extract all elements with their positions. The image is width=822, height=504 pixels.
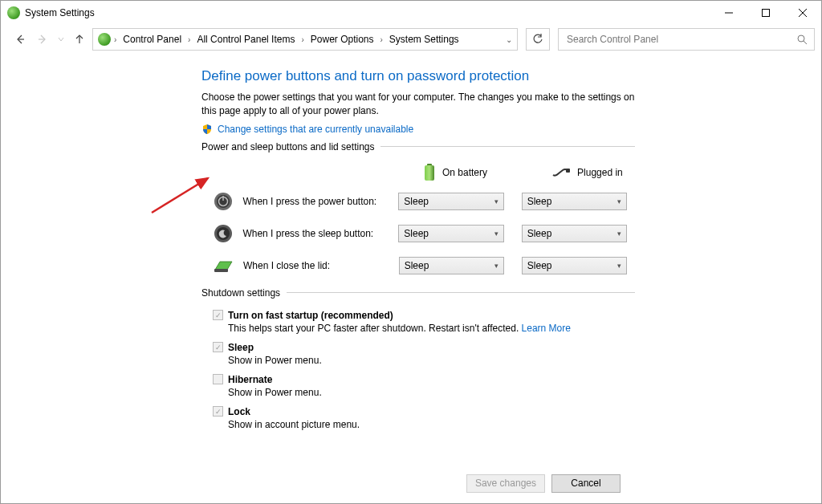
titlebar-left: System Settings [7, 6, 95, 19]
titlebar: System Settings [1, 1, 821, 25]
row-sleep-button: When I press the sleep button: Sleep▾ Sl… [201, 223, 635, 244]
chevron-down-icon: ▾ [494, 230, 498, 238]
chevron-down-icon: ▾ [494, 197, 498, 205]
control-panel-icon [98, 33, 111, 46]
recent-dropdown-button[interactable] [55, 30, 67, 49]
row-power-label: When I press the power button: [242, 196, 389, 207]
section-power-sleep-label: Power and sleep buttons and lid settings [201, 141, 374, 152]
footer: Save changes Cancel [1, 463, 821, 503]
checkbox-sleep-label: Sleep [228, 342, 254, 353]
control-panel-icon [7, 6, 20, 19]
checkbox-hibernate-label: Hibernate [228, 374, 272, 385]
svg-rect-1 [763, 10, 770, 17]
chevron-down-icon: ▾ [617, 262, 621, 270]
plug-icon [551, 167, 571, 178]
dropdown-power-plugged[interactable]: Sleep▾ [522, 193, 627, 210]
window-controls [710, 1, 821, 25]
maximize-button[interactable] [747, 1, 784, 25]
column-header-battery: On battery [423, 164, 487, 181]
search-input[interactable] [565, 33, 796, 46]
page-description: Choose the power settings that you want … [201, 91, 635, 119]
power-button-icon [213, 191, 233, 212]
shutdown-lock: ✓ Lock Show in account picture menu. [213, 406, 635, 430]
search-box[interactable] [558, 28, 815, 51]
chevron-right-icon[interactable]: › [379, 35, 385, 44]
shutdown-hibernate: Hibernate Show in Power menu. [213, 374, 635, 398]
dropdown-power-battery[interactable]: Sleep▾ [398, 193, 503, 210]
page-heading: Define power buttons and turn on passwor… [201, 68, 635, 84]
change-settings-link[interactable]: Change settings that are currently unava… [218, 124, 413, 135]
divider [287, 292, 635, 293]
dropdown-lid-battery[interactable]: Sleep▾ [399, 257, 504, 274]
column-header-plugged: Plugged in [551, 164, 623, 181]
breadcrumb-system-settings[interactable]: System Settings [386, 34, 462, 45]
checkbox-fast-startup-desc: This helps start your PC faster after sh… [228, 323, 635, 334]
close-button[interactable] [784, 1, 821, 25]
shutdown-sleep: ✓ Sleep Show in Power menu. [213, 342, 635, 366]
chevron-right-icon[interactable]: › [186, 35, 192, 44]
content: Define power buttons and turn on passwor… [1, 54, 821, 463]
svg-line-8 [804, 41, 807, 44]
chevron-right-icon[interactable]: › [299, 35, 305, 44]
column-header-plugged-label: Plugged in [577, 167, 623, 178]
column-header-battery-label: On battery [442, 167, 487, 178]
checkbox-fast-startup-label: Turn on fast startup (recommended) [228, 310, 393, 321]
shutdown-fast-startup: ✓ Turn on fast startup (recommended) Thi… [213, 310, 635, 334]
checkbox-sleep-desc: Show in Power menu. [228, 355, 635, 366]
back-button[interactable] [10, 30, 30, 49]
section-shutdown-label: Shutdown settings [201, 287, 280, 299]
forward-button[interactable] [33, 30, 52, 49]
breadcrumb-power-options[interactable]: Power Options [307, 34, 377, 45]
checkbox-lock-label: Lock [228, 406, 250, 417]
shield-icon [201, 124, 213, 135]
search-icon [796, 34, 808, 45]
address-bar[interactable]: › Control Panel › All Control Panel Item… [92, 28, 518, 51]
window: System Settings › Control Panel › All Co… [0, 0, 822, 504]
row-lid-label: When I close the lid: [243, 260, 389, 271]
row-close-lid: When I close the lid: Sleep▾ Sleep▾ [201, 255, 635, 276]
svg-rect-19 [214, 269, 228, 272]
checkbox-hibernate-desc: Show in Power menu. [228, 387, 635, 398]
checkbox-lock[interactable]: ✓ [213, 406, 223, 417]
minimize-button[interactable] [710, 1, 747, 25]
checkbox-sleep[interactable]: ✓ [213, 342, 223, 352]
up-button[interactable] [70, 30, 89, 49]
row-power-button: When I press the power button: Sleep▾ Sl… [201, 191, 635, 212]
refresh-button[interactable] [526, 28, 550, 51]
chevron-down-icon: ▾ [617, 230, 621, 238]
learn-more-link[interactable]: Learn More [522, 323, 571, 334]
divider [380, 146, 635, 147]
svg-point-7 [798, 35, 804, 42]
breadcrumb-all-items[interactable]: All Control Panel Items [193, 34, 298, 45]
dropdown-sleep-battery[interactable]: Sleep▾ [398, 225, 503, 242]
dropdown-lid-plugged[interactable]: Sleep▾ [522, 257, 627, 274]
battery-icon [423, 164, 436, 181]
cancel-button[interactable]: Cancel [551, 474, 621, 493]
dropdown-sleep-plugged[interactable]: Sleep▾ [522, 225, 627, 242]
checkbox-fast-startup[interactable]: ✓ [213, 310, 223, 320]
chevron-down-icon[interactable]: ⌄ [504, 35, 514, 44]
sleep-button-icon [213, 223, 233, 244]
checkbox-hibernate[interactable] [213, 374, 223, 384]
chevron-down-icon: ▾ [617, 197, 621, 205]
save-button[interactable]: Save changes [466, 474, 545, 493]
chevron-down-icon: ▾ [494, 262, 498, 270]
svg-line-9 [152, 178, 208, 213]
checkbox-lock-desc: Show in account picture menu. [228, 419, 635, 430]
svg-rect-11 [425, 165, 434, 181]
svg-rect-12 [566, 169, 570, 173]
window-title: System Settings [25, 7, 95, 18]
chevron-right-icon[interactable]: › [112, 35, 118, 44]
lid-icon [213, 255, 234, 276]
breadcrumb-control-panel[interactable]: Control Panel [120, 34, 185, 45]
row-sleep-label: When I press the sleep button: [242, 228, 389, 239]
navbar: › Control Panel › All Control Panel Item… [1, 25, 821, 54]
